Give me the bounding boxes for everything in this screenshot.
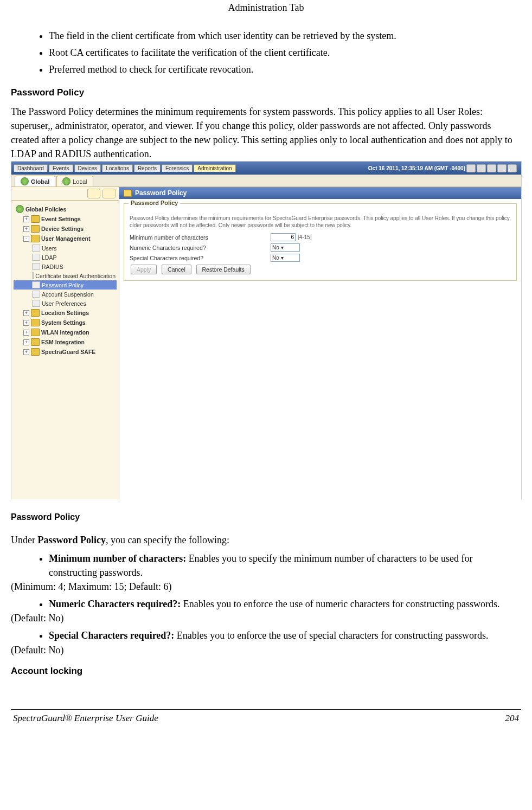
field-description-list: Numeric Characters required?: Enables yo… (11, 597, 521, 611)
tab-reports[interactable]: Reports (134, 164, 161, 172)
globe-icon (21, 177, 29, 185)
expand-icon[interactable]: + (23, 349, 29, 355)
list-item: The field in the client certificate from… (49, 29, 521, 44)
row-min-characters: Minimum number of characters [4-15] (130, 232, 511, 242)
item-note: (Default: No) (11, 645, 521, 656)
sidebar: Global Policies +Event Settings +Device … (11, 187, 119, 499)
tree-leaf-cert-auth[interactable]: Certificate based Authentication (14, 271, 117, 280)
expand-icon[interactable]: + (23, 320, 29, 326)
sidebar-tool-icon[interactable] (102, 189, 116, 198)
tree-leaf-password-policy[interactable]: Password Policy (14, 280, 117, 290)
leaf-icon (32, 254, 40, 261)
restore-defaults-button[interactable]: Restore Defaults (196, 265, 251, 274)
tab-events[interactable]: Events (49, 164, 73, 172)
tab-dashboard[interactable]: Dashboard (14, 164, 48, 172)
subtab-local[interactable]: Local (56, 176, 93, 187)
expand-icon[interactable]: + (23, 339, 29, 345)
under-intro: Under Password Policy, you can specify t… (11, 533, 521, 547)
numeric-required-select[interactable]: No ▾ (271, 243, 300, 252)
expand-icon[interactable]: + (23, 310, 29, 316)
cancel-button[interactable]: Cancel (162, 265, 191, 274)
field-label: Minimum number of characters (130, 234, 271, 241)
footer-page-number: 204 (505, 713, 520, 724)
tab-locations[interactable]: Locations (102, 164, 133, 172)
toolbar-icon[interactable] (487, 164, 496, 172)
expand-icon[interactable]: + (23, 226, 29, 232)
min-characters-input[interactable] (271, 233, 296, 241)
toolbar-icon[interactable] (477, 164, 486, 172)
tree-leaf-radius[interactable]: RADIUS (14, 262, 117, 271)
tree-node-location-settings[interactable]: +Location Settings (14, 308, 117, 318)
tree-node-wlan-integration[interactable]: +WLAN Integration (14, 327, 117, 337)
folder-icon (31, 319, 40, 326)
content-titlebar: Password Policy (119, 187, 521, 199)
tab-administration[interactable]: Administration (194, 164, 235, 172)
list-item: Special Characters required?: Enables yo… (49, 628, 521, 642)
caption-password-policy: Password Policy (11, 512, 521, 522)
sidebar-tool-icon[interactable] (87, 189, 100, 198)
text: , you can specify the following: (106, 535, 229, 545)
apply-button[interactable]: Apply (131, 265, 157, 274)
toolbar-icon[interactable] (497, 164, 507, 172)
toolbar-icon[interactable] (466, 164, 476, 172)
content-title: Password Policy (135, 189, 187, 197)
fieldset-description: Password Policy determines the minimum r… (130, 215, 511, 229)
section-heading-password-policy: Password Policy (11, 87, 521, 98)
folder-icon (31, 235, 40, 242)
expand-icon[interactable]: + (23, 330, 29, 336)
special-required-select[interactable]: No ▾ (271, 254, 300, 262)
item-note: (Default: No) (11, 613, 521, 624)
item-desc: Enables you to enforce the use of specia… (174, 630, 488, 641)
tree-label: User Management (41, 235, 90, 242)
leaf-icon (32, 300, 40, 307)
tree-label: SpectraGuard SAFE (41, 349, 95, 355)
field-label: Special Characters required? (130, 255, 271, 261)
tree-label: Global Policies (25, 206, 66, 213)
item-term: Special Characters required?: (49, 630, 174, 641)
toolbar-icon[interactable] (508, 164, 517, 172)
tree-leaf-users[interactable]: Users (14, 243, 117, 253)
password-policy-fieldset: Password Policy Password Policy determin… (124, 203, 517, 281)
folder-icon (31, 309, 40, 317)
intro-bullet-list: The field in the client certificate from… (11, 29, 521, 78)
collapse-icon[interactable]: - (23, 236, 29, 242)
tree-node-user-management[interactable]: -User Management (14, 234, 117, 243)
section-body: The Password Policy determines the minim… (11, 105, 521, 161)
button-row: Apply Cancel Restore Defaults (131, 266, 511, 273)
tree-label: Password Policy (42, 282, 84, 288)
folder-icon (31, 215, 40, 223)
tree-leaf-user-preferences[interactable]: User Preferences (14, 299, 117, 308)
footer-title: SpectraGuard® Enterprise User Guide (13, 713, 158, 724)
field-description-list: Minimum number of characters: Enables yo… (11, 551, 521, 580)
list-item: Root CA certificates to facilitate the v… (49, 46, 521, 61)
tree-label: Device Settings (41, 226, 84, 232)
folder-icon (31, 329, 40, 336)
tree-label: User Preferences (42, 300, 86, 307)
tree-leaf-ldap[interactable]: LDAP (14, 253, 117, 262)
tab-devices[interactable]: Devices (74, 164, 101, 172)
tree-label: WLAN Integration (41, 329, 89, 336)
tree-node-esm-integration[interactable]: +ESM Integration (14, 337, 117, 347)
tab-forensics[interactable]: Forensics (162, 164, 193, 172)
tree-node-device-settings[interactable]: +Device Settings (14, 224, 117, 234)
tree-root[interactable]: Global Policies (14, 204, 117, 214)
item-term: Numeric Characters required?: (49, 599, 181, 609)
row-numeric-required: Numeric Characters required? No ▾ (130, 242, 511, 253)
subtab-global[interactable]: Global (15, 176, 55, 187)
expand-icon[interactable]: + (23, 216, 29, 222)
tab-label: Events (53, 165, 69, 171)
row-special-required: Special Characters required? No ▾ (130, 253, 511, 263)
page-footer: SpectraGuard® Enterprise User Guide 204 (11, 710, 521, 724)
tree-node-event-settings[interactable]: +Event Settings (14, 214, 117, 224)
tree-node-spectraguard-safe[interactable]: +SpectraGuard SAFE (14, 347, 117, 357)
timestamp-text: Oct 16 2011, 12:35:19 AM (GMT -0400) (368, 165, 465, 171)
field-description-list: Special Characters required?: Enables yo… (11, 628, 521, 642)
tree-leaf-account-suspension[interactable]: Account Suspension (14, 290, 117, 299)
list-item: Minimum number of characters: Enables yo… (49, 551, 521, 580)
tree-label: ESM Integration (41, 339, 85, 345)
item-note: (Minimum: 4; Maximum: 15; Default: 6) (11, 581, 521, 593)
tree-node-system-settings[interactable]: +System Settings (14, 318, 117, 327)
field-label: Numeric Characters required? (130, 245, 271, 251)
tree-label: Users (42, 245, 56, 252)
tab-label: Forensics (165, 165, 189, 171)
